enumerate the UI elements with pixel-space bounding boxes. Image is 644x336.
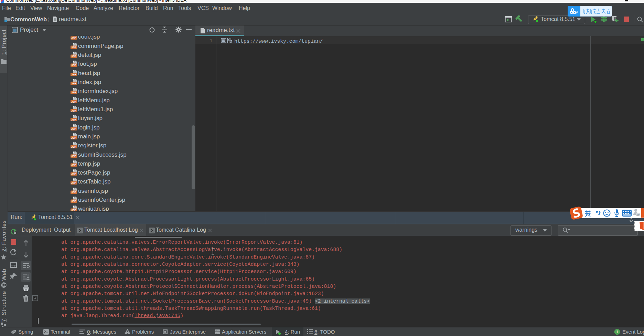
svg-text:JSP: JSP <box>71 209 76 211</box>
svg-text:JSP: JSP <box>71 200 76 203</box>
svg-text:JSP: JSP <box>71 73 76 76</box>
svg-text:JSP: JSP <box>71 64 76 67</box>
svg-text:JSP: JSP <box>71 109 76 112</box>
svg-text:JSP: JSP <box>71 155 76 158</box>
svg-text:JSP: JSP <box>71 164 76 167</box>
svg-text:JSP: JSP <box>71 118 76 121</box>
svg-text:JSP: JSP <box>71 55 76 58</box>
svg-text:JSP: JSP <box>71 91 76 94</box>
svg-text:1: 1 <box>616 330 618 334</box>
svg-text:JSP: JSP <box>71 182 76 185</box>
svg-text:JSP: JSP <box>71 191 76 194</box>
svg-text:JSP: JSP <box>71 172 76 176</box>
svg-text:JSP: JSP <box>71 100 76 103</box>
svg-text:JSP: JSP <box>71 145 76 148</box>
svg-text:JSP: JSP <box>71 136 76 139</box>
svg-text:JSP: JSP <box>71 82 76 85</box>
svg-text:19: 19 <box>636 213 640 216</box>
svg-text:JSP: JSP <box>71 46 76 49</box>
svg-text:JSP: JSP <box>71 37 76 40</box>
svg-text:JSP: JSP <box>71 127 76 130</box>
